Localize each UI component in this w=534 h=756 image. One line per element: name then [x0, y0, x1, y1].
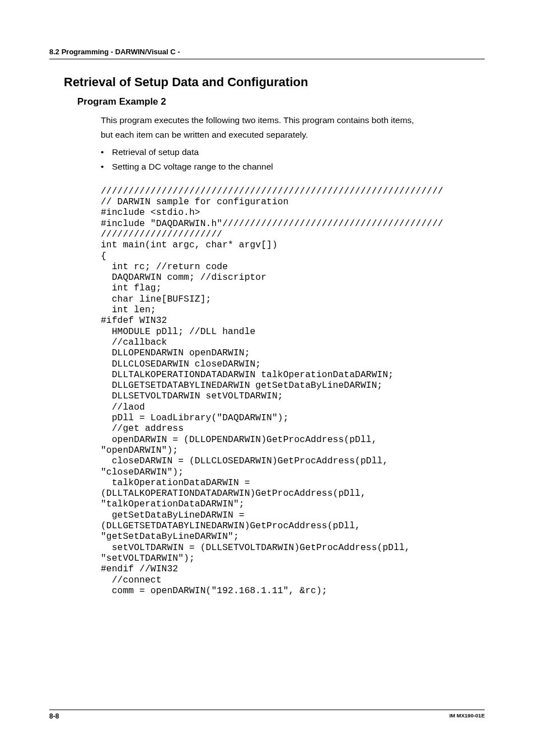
section-header: 8.2 Programming - DARWIN/Visual C -: [49, 48, 485, 59]
code-sample: ////////////////////////////////////////…: [101, 186, 485, 596]
intro-line-1: This program executes the following two …: [101, 115, 414, 125]
intro-line-2: but each item can be written and execute…: [101, 130, 308, 139]
bullet-text-2: Setting a DC voltage range to the channe…: [112, 159, 273, 174]
bullet-text-1: Retrieval of setup data: [112, 145, 199, 159]
bullet-item: • Retrieval of setup data: [101, 145, 485, 159]
heading-level-2: Program Example 2: [77, 96, 485, 107]
page-number: 8-8: [49, 712, 59, 720]
page-footer: 8-8 IM MX190-01E: [49, 710, 485, 720]
heading-level-1: Retrieval of Setup Data and Configuratio…: [64, 75, 485, 90]
bullet-item: • Setting a DC voltage range to the chan…: [101, 159, 485, 174]
bullet-list: • Retrieval of setup data • Setting a DC…: [101, 145, 485, 175]
bullet-dot-icon: •: [101, 159, 112, 174]
bullet-dot-icon: •: [101, 145, 112, 159]
document-id: IM MX190-01E: [449, 712, 485, 720]
